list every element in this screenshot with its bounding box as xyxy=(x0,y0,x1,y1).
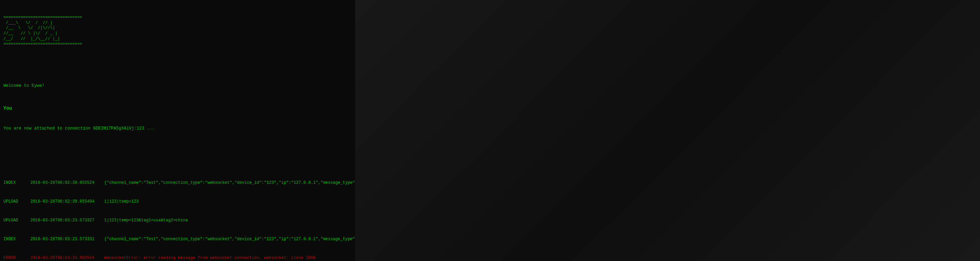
log-line-2: UPLOAD 2016-03-28T06:03:23.573327 1|123|… xyxy=(3,217,352,224)
right-panel xyxy=(355,0,980,261)
log-line-error: ERROR 2016-03-28T06:03:34.903544 Websock… xyxy=(3,255,352,261)
separator-top: ================================ xyxy=(3,15,82,20)
ascii-line1: /___\ \/ / // | xyxy=(3,21,52,25)
ascii-line4: /__/ // |_/\__// |_| xyxy=(3,37,60,41)
ascii-art-banner: ================================ /___\ \… xyxy=(3,15,352,47)
log-section: INDEX 2016-03-28T06:02:39.055524 {"chann… xyxy=(3,167,352,261)
terminal-panel: ================================ /___\ \… xyxy=(0,0,355,261)
welcome-text: Welcome to Eywa! xyxy=(3,83,352,89)
log-line-1: UPLOAD 2016-03-28T06:02:39.055494 1|123|… xyxy=(3,199,352,205)
log-line-3: INDEX 2016-03-28T06:03:23.573331 {"chann… xyxy=(3,236,352,243)
you-label: You xyxy=(3,105,352,112)
ascii-line3: //__ // \ |\/ / _ | xyxy=(3,31,57,36)
log-line-0: INDEX 2016-03-28T06:02:39.055524 {"chann… xyxy=(3,180,352,186)
welcome-section: Welcome to Eywa! You You are now attache… xyxy=(3,69,352,146)
attached-text: You are now attached to connection GDE3N… xyxy=(3,126,352,132)
right-panel-bg xyxy=(355,0,980,261)
ascii-line2: /__ \ \/ /|\//\| xyxy=(3,25,55,30)
separator-bot: ================================ xyxy=(3,42,82,46)
